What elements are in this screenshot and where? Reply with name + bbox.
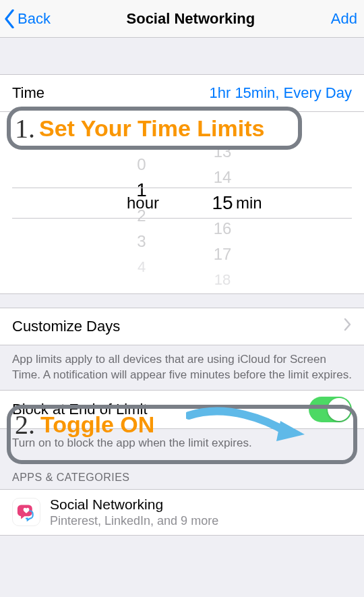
mid-spacer xyxy=(0,294,364,308)
minutes-unit: min xyxy=(236,194,262,212)
toggle-knob xyxy=(328,398,351,421)
chevron-left-icon xyxy=(4,9,15,28)
app-category-title: Social Networking xyxy=(50,496,218,513)
block-footer-text: Turn on to block the app when the limit … xyxy=(0,429,364,458)
minutes-selected: 15 xyxy=(212,190,233,216)
time-row[interactable]: Time 1hr 15min, Every Day xyxy=(0,74,364,112)
customize-days-row[interactable]: Customize Days xyxy=(0,308,364,345)
app-category-subtitle: Pinterest, LinkedIn, and 9 more xyxy=(50,514,218,528)
app-category-row[interactable]: Social Networking Pinterest, LinkedIn, a… xyxy=(0,489,364,536)
time-label: Time xyxy=(12,84,44,102)
customize-days-label: Customize Days xyxy=(12,318,120,335)
hours-unit: hour xyxy=(127,194,159,212)
back-label: Back xyxy=(18,10,51,28)
time-picker[interactable]: 0 1 2 3 4 12 13 14 15 16 17 18 hour min xyxy=(0,112,364,294)
block-at-end-label: Block at End of Limit xyxy=(12,401,148,418)
top-spacer xyxy=(0,38,364,74)
block-at-end-row: Block at End of Limit xyxy=(0,390,364,429)
time-value: 1hr 15min, Every Day xyxy=(209,84,352,102)
page-title: Social Networking xyxy=(127,10,255,28)
nav-bar: Back Social Networking Add xyxy=(0,0,364,38)
limits-footer-text: App limits apply to all devices that are… xyxy=(0,345,364,390)
apps-section-header: APPS & CATEGORIES xyxy=(0,458,364,489)
chevron-right-icon xyxy=(344,318,352,335)
back-button[interactable]: Back xyxy=(4,9,51,28)
social-networking-icon xyxy=(12,498,40,526)
add-button[interactable]: Add xyxy=(331,10,357,28)
block-at-end-toggle[interactable] xyxy=(309,397,352,422)
